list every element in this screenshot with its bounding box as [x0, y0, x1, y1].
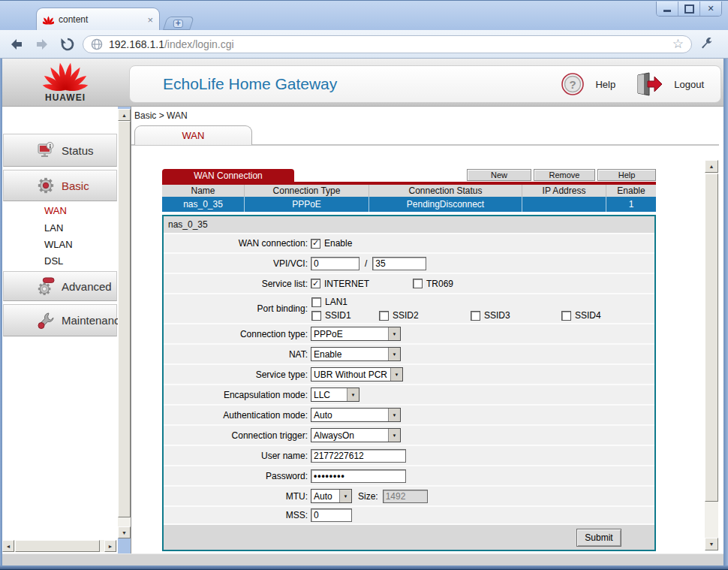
- mss-input[interactable]: [311, 508, 352, 522]
- field-label: Encapsulation mode:: [164, 390, 308, 400]
- sidebar-item-label: Maintenance: [62, 314, 126, 327]
- sidebar-item-wan[interactable]: WAN: [2, 203, 118, 219]
- help-button-section[interactable]: Help: [597, 169, 656, 181]
- nat-select[interactable]: Enable ▼: [311, 347, 401, 361]
- service-type-select[interactable]: UBR Without PCR ▼: [311, 367, 403, 382]
- new-button[interactable]: New: [467, 169, 531, 181]
- password-field[interactable]: [311, 469, 406, 483]
- dropdown-arrow-icon[interactable]: ▼: [388, 348, 400, 360]
- checkbox-label: INTERNET: [324, 279, 369, 289]
- scrollbar-thumb[interactable]: [705, 173, 718, 502]
- browser-tab[interactable]: content ×: [36, 8, 160, 31]
- form-section-title: nas_0_35: [164, 216, 654, 234]
- tab-wan[interactable]: WAN: [134, 125, 252, 145]
- ssid4-checkbox[interactable]: [561, 311, 571, 321]
- sidebar-item-lan[interactable]: LAN: [2, 220, 118, 237]
- dropdown-arrow-icon[interactable]: ▼: [388, 327, 400, 340]
- reload-button[interactable]: [59, 35, 77, 53]
- remove-button[interactable]: Remove: [534, 169, 595, 181]
- dropdown-arrow-icon[interactable]: ▼: [388, 409, 400, 421]
- bookmark-star-icon[interactable]: ☆: [672, 36, 684, 52]
- address-bar[interactable]: 192.168.1.1/index/login.cgi ☆: [83, 35, 692, 53]
- logout-icon[interactable]: [635, 72, 663, 96]
- cell-ip-address: [522, 197, 606, 212]
- sidebar-scrollbar[interactable]: ▲ ▼: [118, 109, 131, 538]
- new-tab-button[interactable]: +: [163, 17, 194, 30]
- scroll-left-icon[interactable]: ◄: [2, 540, 14, 552]
- close-button[interactable]: ✕: [700, 2, 721, 16]
- tab-close-icon[interactable]: ×: [147, 14, 153, 26]
- mtu-select[interactable]: Auto ▼: [311, 489, 352, 503]
- col-header-connection-type: Connection Type: [245, 185, 369, 197]
- globe-icon: [91, 38, 103, 50]
- content-scrollbar[interactable]: ▲ ▼: [705, 160, 718, 550]
- cell-connection-type: PPPoE: [245, 197, 369, 212]
- ssid1-checkbox[interactable]: [311, 311, 321, 321]
- page-title: EchoLife Home Gateway: [163, 66, 337, 102]
- sidebar-hscrollbar[interactable]: ◄ ►: [2, 540, 117, 552]
- size-label: Size:: [358, 491, 378, 502]
- username-field[interactable]: [311, 449, 406, 463]
- connection-table-row[interactable]: nas_0_35 PPPoE PendingDisconnect 1: [162, 197, 656, 212]
- field-label: NAT:: [164, 349, 308, 360]
- field-label: Port binding:: [164, 303, 308, 314]
- ssid3-checkbox[interactable]: [471, 311, 480, 321]
- sidebar-item-maintenance[interactable]: Maintenance: [3, 304, 117, 336]
- dropdown-arrow-icon[interactable]: ▼: [388, 429, 400, 442]
- scroll-up-icon[interactable]: ▲: [705, 160, 718, 173]
- submit-button[interactable]: Submit: [576, 529, 621, 547]
- sidebar-item-basic[interactable]: Basic: [3, 170, 117, 201]
- vpi-vci-separator: /: [365, 258, 367, 269]
- vci-input[interactable]: [372, 257, 426, 270]
- wrench-menu-icon[interactable]: [699, 35, 714, 53]
- sidebar-item-status[interactable]: Status: [3, 134, 117, 167]
- scroll-down-icon[interactable]: ▼: [118, 526, 131, 538]
- wan-connection-checkbox[interactable]: ✓: [311, 239, 320, 249]
- ssid2-checkbox[interactable]: [379, 311, 389, 321]
- encapsulation-select[interactable]: LLC ▼: [311, 388, 359, 402]
- dropdown-arrow-icon[interactable]: ▼: [339, 490, 351, 502]
- checkbox-label: TR069: [426, 279, 453, 289]
- col-header-name: Name: [162, 185, 245, 197]
- sidebar-item-advanced[interactable]: Advanced: [3, 271, 117, 301]
- window-border-bottom: [0, 565, 728, 570]
- sidebar-item-dsl[interactable]: DSL: [2, 253, 118, 270]
- sidebar-item-wlan[interactable]: WLAN: [2, 237, 118, 253]
- scroll-down-icon[interactable]: ▼: [705, 538, 718, 550]
- dropdown-arrow-icon[interactable]: ▼: [390, 368, 402, 381]
- form-row-nat: NAT: Enable ▼: [164, 345, 654, 365]
- lan1-checkbox[interactable]: [311, 297, 321, 307]
- internet-checkbox[interactable]: ✓: [311, 279, 320, 288]
- minimize-button[interactable]: [657, 2, 678, 16]
- scrollbar-thumb[interactable]: [15, 540, 100, 552]
- section-title: WAN Connection: [162, 169, 294, 182]
- status-monitor-icon: [37, 141, 55, 159]
- scroll-up-icon[interactable]: ▲: [118, 109, 131, 121]
- sidebar-nav: Status Basic WAN LAN WLAN DSL Advanced: [2, 107, 118, 553]
- field-label: Password:: [164, 471, 308, 481]
- maximize-button[interactable]: [678, 2, 700, 16]
- connection-trigger-select[interactable]: AlwaysOn ▼: [311, 428, 401, 442]
- authentication-select[interactable]: Auto ▼: [311, 408, 401, 422]
- scrollbar-thumb[interactable]: [118, 121, 131, 517]
- help-button[interactable]: Help: [595, 79, 615, 90]
- scroll-right-icon[interactable]: ►: [104, 540, 116, 552]
- cell-connection-status: PendingDisconnect: [369, 197, 522, 212]
- back-button[interactable]: [8, 35, 26, 53]
- close-icon: ✕: [707, 4, 714, 14]
- window-border-left: [0, 59, 2, 570]
- logout-button[interactable]: Logout: [674, 79, 704, 90]
- url-text[interactable]: 192.168.1.1/index/login.cgi: [109, 38, 672, 50]
- vpi-input[interactable]: [311, 257, 359, 270]
- dropdown-arrow-icon[interactable]: ▼: [347, 388, 359, 401]
- forward-button[interactable]: [33, 35, 51, 53]
- browser-titlebar[interactable]: content × + ✕: [0, 0, 728, 30]
- sidebar-item-label: Advanced: [62, 280, 112, 293]
- help-icon[interactable]: ?: [561, 72, 585, 96]
- window-controls: ✕: [656, 2, 722, 17]
- connection-type-select[interactable]: PPPoE ▼: [311, 327, 401, 341]
- breadcrumb: Basic > WAN: [134, 110, 188, 121]
- tr069-checkbox[interactable]: [413, 279, 423, 288]
- form-row-encapsulation: Encapsulation mode: LLC ▼: [164, 385, 654, 406]
- svg-text:?: ?: [570, 78, 576, 91]
